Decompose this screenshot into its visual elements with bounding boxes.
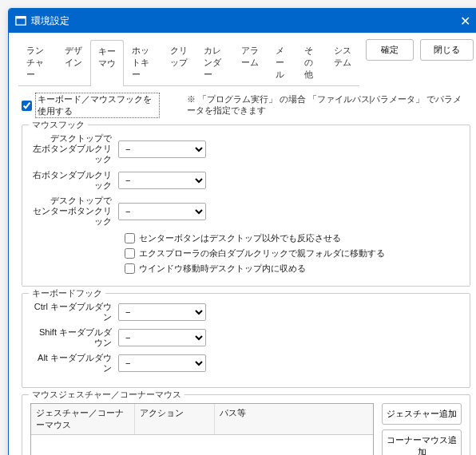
gesture-table[interactable]: ジェスチャー／コーナーマウス アクション パス等 xyxy=(30,403,374,455)
content-area: キーボード／マウスフックを使用する ※ 「プログラム実行」 の場合 「ファイルパ… xyxy=(9,86,476,455)
select-alt-dbl[interactable]: − xyxy=(118,354,206,372)
label-right-dbl: 右ボタンダブルクリック xyxy=(30,170,118,191)
row-alt-dbl: Alt キーダブルダウン − xyxy=(30,353,462,374)
check-center-anywhere-label: センターボタンはデスクトップ以外でも反応させる xyxy=(139,232,341,244)
tab-launcher[interactable]: ランチャー xyxy=(18,39,57,85)
preferences-window: 環境設定 ✕ ランチャー デザイン キーマウ ホットキー クリップ カレンダー … xyxy=(8,8,476,455)
row-desktop-left-dbl: デスクトップで 左ボタンダブルクリック − xyxy=(30,133,462,165)
window-title: 環境設定 xyxy=(31,14,453,28)
tab-design[interactable]: デザイン xyxy=(57,39,90,85)
row-right-dbl: 右ボタンダブルクリック − xyxy=(30,170,462,191)
ok-button[interactable]: 確定 xyxy=(366,39,414,61)
check-center-anywhere-row: センターボタンはデスクトップ以外でも反応させる xyxy=(125,232,462,244)
tab-keymouse[interactable]: キーマウ xyxy=(90,40,124,86)
check-window-move-row: ウインドウ移動時デスクトップ内に収める xyxy=(125,263,462,275)
enable-hook-checkbox[interactable] xyxy=(22,101,32,111)
window-icon xyxy=(15,15,26,26)
gesture-fieldset: マウスジェスチャー／コーナーマウス ジェスチャー／コーナーマウス アクション パ… xyxy=(22,394,470,455)
gesture-col-1: ジェスチャー／コーナーマウス xyxy=(31,404,135,434)
check-window-move[interactable] xyxy=(125,263,135,274)
gesture-buttons: ジェスチャー追加 コーナーマウス追加 ↑上へ移動 ↓下へ移動 削除 xyxy=(382,403,462,455)
select-desktop-center[interactable]: − xyxy=(118,203,206,220)
check-explorer-dbl[interactable] xyxy=(125,248,135,259)
check-window-move-label: ウインドウ移動時デスクトップ内に収める xyxy=(139,263,306,275)
tab-calendar[interactable]: カレンダー xyxy=(196,39,234,85)
gesture-col-3: パス等 xyxy=(215,404,373,434)
gesture-table-header: ジェスチャー／コーナーマウス アクション パス等 xyxy=(31,404,373,435)
close-button[interactable]: 閉じる xyxy=(420,39,474,61)
tab-system[interactable]: システム xyxy=(326,39,359,85)
check-explorer-dbl-row: エクスプローラの余白ダブルクリックで親フォルダに移動する xyxy=(125,247,462,259)
dialog-buttons: 確定 閉じる xyxy=(366,39,474,61)
label-shift-dbl: Shift キーダブルダウン xyxy=(30,327,118,348)
label-desktop-left-dbl: デスクトップで 左ボタンダブルクリック xyxy=(30,133,118,165)
check-explorer-dbl-label: エクスプローラの余白ダブルクリックで親フォルダに移動する xyxy=(139,247,385,259)
tab-alarm[interactable]: アラーム xyxy=(233,39,267,85)
tab-strip: ランチャー デザイン キーマウ ホットキー クリップ カレンダー アラーム メー… xyxy=(18,39,359,86)
gesture-area: ジェスチャー／コーナーマウス アクション パス等 ジェスチャー追加 コーナーマウ… xyxy=(30,403,462,455)
titlebar: 環境設定 ✕ xyxy=(9,9,476,33)
add-gesture-button[interactable]: ジェスチャー追加 xyxy=(382,403,462,425)
row-desktop-center: デスクトップで センターボタンクリック − xyxy=(30,196,462,228)
row-ctrl-dbl: Ctrl キーダブルダウン − xyxy=(30,302,462,322)
gesture-legend: マウスジェスチャー／コーナーマウス xyxy=(29,389,184,401)
top-row: ランチャー デザイン キーマウ ホットキー クリップ カレンダー アラーム メー… xyxy=(9,33,476,86)
check-center-anywhere[interactable] xyxy=(125,233,135,243)
gesture-col-2: アクション xyxy=(135,404,215,434)
label-desktop-center: デスクトップで センターボタンクリック xyxy=(30,196,118,228)
select-ctrl-dbl[interactable]: − xyxy=(118,303,206,321)
row-shift-dbl: Shift キーダブルダウン − xyxy=(30,327,462,348)
window-close-button[interactable]: ✕ xyxy=(453,14,476,29)
enable-hook-row: キーボード／マウスフックを使用する ※ 「プログラム実行」 の場合 「ファイルパ… xyxy=(22,93,470,118)
mouse-hook-fieldset: マウスフック デスクトップで 左ボタンダブルクリック − 右ボタンダブルクリック… xyxy=(22,125,470,287)
select-shift-dbl[interactable]: − xyxy=(118,329,206,346)
param-hint: ※ 「プログラム実行」 の場合 「ファイルパス|パラメータ」 でパラメータを指定… xyxy=(187,94,470,117)
tab-clip[interactable]: クリップ xyxy=(162,39,196,85)
select-desktop-left-dbl[interactable]: − xyxy=(118,140,206,158)
add-corner-button[interactable]: コーナーマウス追加 xyxy=(382,429,462,455)
enable-hook-label: キーボード／マウスフックを使用する xyxy=(35,93,160,118)
keyboard-hook-legend: キーボードフック xyxy=(29,287,105,299)
select-right-dbl[interactable]: − xyxy=(118,172,206,189)
keyboard-hook-fieldset: キーボードフック Ctrl キーダブルダウン − Shift キーダブルダウン … xyxy=(22,293,470,388)
label-ctrl-dbl: Ctrl キーダブルダウン xyxy=(30,302,118,322)
tab-mail[interactable]: メール xyxy=(268,39,297,85)
label-alt-dbl: Alt キーダブルダウン xyxy=(30,353,118,374)
svg-rect-1 xyxy=(16,17,26,19)
tab-hotkey[interactable]: ホットキー xyxy=(124,39,162,85)
tab-other[interactable]: その他 xyxy=(296,39,326,85)
mouse-hook-legend: マウスフック xyxy=(29,119,88,131)
